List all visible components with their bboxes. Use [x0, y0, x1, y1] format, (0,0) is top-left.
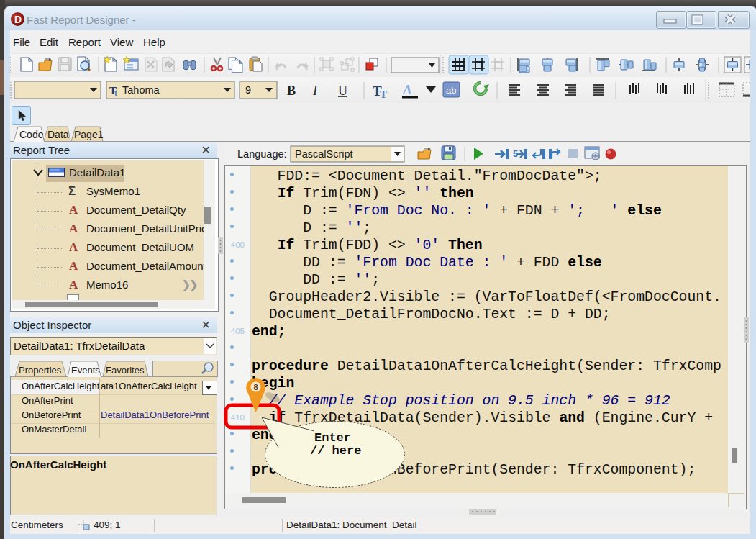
svg-text:Enter: Enter — [314, 431, 351, 445]
svg-text:// here: // here — [310, 444, 361, 458]
svg-text:8: 8 — [253, 383, 258, 391]
